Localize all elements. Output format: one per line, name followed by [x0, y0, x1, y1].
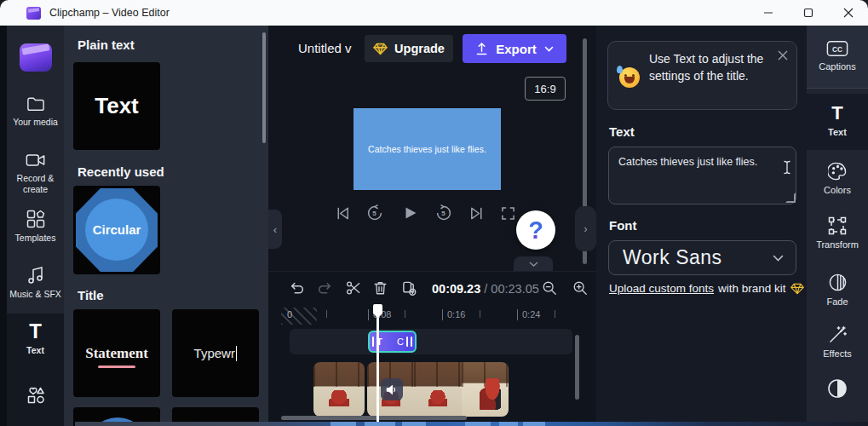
timeline: 00:09.23 / 00:23.05 0 0:08 0:16 0:24 T C	[268, 271, 596, 426]
audio-speaker-icon	[381, 378, 403, 400]
zoom-in-button[interactable]	[572, 280, 588, 296]
text-clip[interactable]: T C	[368, 331, 417, 353]
typewriter-cursor	[236, 346, 238, 361]
duplicate-button[interactable]	[401, 280, 417, 296]
aspect-ratio-badge[interactable]: 16:9	[525, 77, 566, 101]
section-heading-title: Title	[78, 288, 104, 302]
skip-start-button[interactable]	[335, 205, 351, 222]
question-mark-icon: ?	[528, 216, 543, 245]
delete-trash-button[interactable]	[373, 280, 388, 296]
text-library-panel: Plain text Text Recently used Circular T…	[64, 26, 268, 426]
video-preview-canvas[interactable]: Catches thieves just like flies.	[354, 108, 501, 190]
strip-segment	[499, 422, 518, 426]
clip-trim-handle-left[interactable]	[372, 337, 374, 347]
tab-fade[interactable]: Fade	[807, 273, 868, 307]
clip-trim-handle-right[interactable]	[411, 337, 412, 347]
preview-text-layer[interactable]: Catches thieves just like flies.	[368, 145, 486, 154]
circular-text-tile[interactable]: Circular	[73, 186, 160, 274]
project-title[interactable]: Untitled v	[298, 41, 352, 55]
tab-label: Text	[828, 127, 847, 137]
tab-label: Effects	[823, 348, 851, 359]
sidebar-item-music-sfx[interactable]: Music & SFX	[7, 266, 64, 300]
text-field-label: Text	[609, 124, 635, 139]
ruler-tick	[555, 310, 555, 318]
text-content-input[interactable]: Catches thieves just like flies.	[608, 147, 796, 204]
fade-icon	[828, 273, 848, 292]
video-clip-1[interactable]	[313, 362, 365, 417]
statement-underline	[98, 366, 135, 368]
help-button[interactable]: ?	[516, 210, 555, 250]
right-sidebar: CC Captions T Text Colors Transform Fade…	[807, 26, 868, 426]
ruler-tick	[480, 310, 480, 318]
upload-icon	[475, 42, 488, 56]
text-track[interactable]	[290, 329, 572, 354]
clip-trim-handle-right[interactable]	[406, 337, 408, 347]
strip-segment	[402, 422, 426, 426]
tab-colors[interactable]: Colors	[807, 162, 868, 195]
ruler-label: 0:24	[517, 309, 540, 320]
rewind-5-button[interactable]: 5	[367, 204, 384, 222]
section-heading-plain-text: Plain text	[78, 37, 135, 52]
font-select-value: Work Sans	[623, 246, 722, 269]
sidebar-item-label: Your media	[13, 117, 58, 128]
collapse-preview-tab[interactable]	[514, 256, 553, 271]
sidebar-item-record-create[interactable]: Record & create	[7, 152, 64, 195]
text-icon: T	[29, 322, 42, 341]
tab-transform[interactable]: Transform	[807, 216, 868, 250]
tab-effects[interactable]: Effects	[807, 325, 868, 359]
export-button[interactable]: Export	[463, 34, 566, 63]
close-button[interactable]	[828, 0, 868, 26]
chevron-down-icon	[773, 255, 784, 262]
collapse-right-panel-tab[interactable]: ›	[575, 206, 596, 251]
tab-text[interactable]: T Text	[807, 104, 868, 137]
fullscreen-button[interactable]	[501, 206, 515, 221]
tab-captions[interactable]: CC Captions	[807, 40, 868, 72]
diamond-icon	[373, 43, 388, 55]
sidebar-item-label: Templates	[15, 233, 56, 244]
sidebar-item-text[interactable]: T Text	[7, 314, 64, 365]
forward-5-button[interactable]: 5	[434, 204, 451, 222]
plain-text-tile[interactable]: Text	[73, 62, 160, 150]
font-select[interactable]: Work Sans	[608, 240, 796, 275]
minimize-button[interactable]	[748, 0, 788, 26]
tab-adjust-colors[interactable]	[807, 378, 868, 399]
video-camera-icon	[26, 152, 46, 169]
upload-suffix: with brand kit	[718, 282, 786, 295]
play-button[interactable]	[401, 204, 418, 222]
left-panel-scrollbar[interactable]	[262, 32, 266, 143]
clipchamp-logo-icon	[26, 7, 41, 20]
tooltip-text: Use Text to adjust the settings of the t…	[649, 51, 773, 84]
bottom-progress-strip	[75, 422, 868, 426]
typewriter-tile-label: Typewr	[194, 346, 235, 360]
app-logo-icon[interactable]	[20, 43, 52, 72]
redo-button[interactable]	[317, 280, 332, 295]
undo-button[interactable]	[290, 280, 305, 295]
upgrade-button[interactable]: Upgrade	[365, 35, 453, 62]
typewriter-title-tile[interactable]: Typewr	[172, 309, 259, 397]
tooltip-close-icon[interactable]	[777, 49, 789, 61]
text-icon: T	[831, 104, 842, 123]
collapse-left-panel-tab[interactable]: ‹	[268, 210, 282, 249]
sidebar-item-templates[interactable]: Templates	[7, 210, 64, 244]
magic-wand-icon	[828, 325, 847, 344]
sidebar-item-your-media[interactable]: Your media	[7, 95, 64, 128]
timeline-vertical-scrollbar[interactable]	[575, 335, 579, 400]
section-heading-recently-used: Recently used	[78, 164, 164, 179]
sidebar-item-graphics[interactable]	[7, 365, 64, 426]
zoom-out-button[interactable]	[542, 280, 557, 296]
statement-title-tile[interactable]: Statement	[73, 309, 160, 397]
ruler-label: 0:16	[442, 309, 465, 320]
tab-label: Transform	[816, 239, 859, 250]
strip-segment	[365, 422, 395, 426]
video-thumbnail	[313, 362, 365, 417]
skip-end-button[interactable]	[468, 205, 485, 222]
timeline-horizontal-scrollbar[interactable]	[281, 416, 467, 420]
statement-tile-label: Statement	[85, 345, 148, 362]
svg-text:5: 5	[442, 210, 446, 217]
strip-segment	[465, 422, 491, 426]
split-scissors-button[interactable]	[346, 280, 361, 296]
upload-custom-fonts-link[interactable]: Upload custom fonts	[609, 282, 714, 295]
upgrade-label: Upgrade	[394, 42, 445, 55]
video-clip-2[interactable]	[367, 362, 509, 417]
maximize-button[interactable]	[788, 0, 828, 26]
